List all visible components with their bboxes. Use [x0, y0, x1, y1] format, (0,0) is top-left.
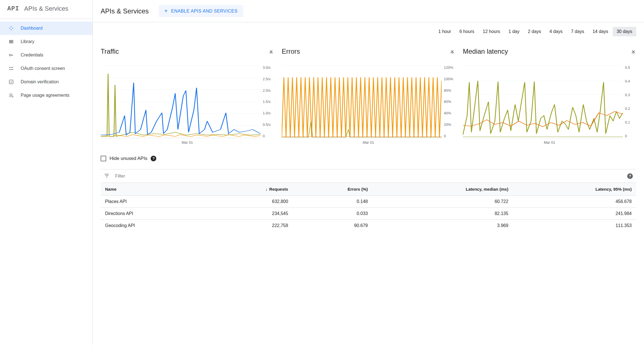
download-icon[interactable] [449, 48, 455, 55]
cell-name: Directions API [101, 208, 207, 220]
cell-requests: 234,545 [207, 208, 293, 220]
download-icon[interactable] [631, 48, 636, 55]
column-name[interactable]: Name [101, 183, 207, 196]
svg-rect-25 [105, 174, 109, 174]
svg-point-2 [11, 26, 12, 27]
ytick: 0 [444, 134, 446, 138]
download-icon[interactable] [268, 48, 274, 55]
time-range-1day[interactable]: 1 day [505, 27, 523, 36]
key-icon [8, 52, 14, 58]
svg-rect-27 [106, 177, 108, 177]
chart-errors: Errors 120% [282, 48, 455, 145]
cell-latency-95: 111.353 [513, 220, 636, 232]
svg-rect-22 [269, 53, 273, 53]
time-range-1hour[interactable]: 1 hour [434, 27, 455, 36]
sidebar-item-library[interactable]: Library [0, 35, 93, 48]
time-range-6hours[interactable]: 6 hours [456, 27, 478, 36]
ytick: 2.0/s [263, 88, 271, 93]
sidebar-item-credentials[interactable]: Credentials [0, 48, 93, 62]
column-label: Requests [269, 187, 288, 192]
sidebar-item-label: Page usage agreements [21, 93, 69, 98]
sidebar-item-oauth[interactable]: OAuth consent screen [0, 62, 93, 75]
chart-plot [101, 65, 261, 138]
enable-button-label: ENABLE APIS AND SERVICES [171, 9, 238, 14]
time-range-30days[interactable]: 30 days [613, 27, 636, 36]
svg-rect-13 [12, 67, 13, 68]
svg-point-8 [9, 54, 11, 56]
ytick: 0.3 [625, 93, 630, 97]
table-row[interactable]: Places API 632,800 0.148 60.722 456.678 [101, 196, 636, 208]
ytick: 0 [263, 134, 265, 138]
column-latency-95[interactable]: Latency, 95% (ms) [513, 183, 636, 196]
cell-latency-median: 60.722 [372, 196, 513, 208]
svg-rect-23 [451, 53, 454, 53]
api-table-section: Hide unused APIs ? ? Name ↓Requests [93, 150, 644, 237]
time-range-12hours[interactable]: 12 hours [479, 27, 504, 36]
time-range-4days[interactable]: 4 days [546, 27, 567, 36]
sidebar-item-domain-verification[interactable]: Domain verification [0, 75, 93, 89]
product-name: APIs & Services [24, 5, 68, 12]
table-header-row: Name ↓Requests Errors (%) Latency, media… [101, 183, 636, 196]
chart-title: Errors [282, 48, 300, 55]
page-title: APIs & Services [101, 7, 149, 15]
ytick: 3.0/s [263, 65, 271, 70]
column-errors[interactable]: Errors (%) [293, 183, 372, 196]
dashboard-icon [8, 25, 14, 31]
svg-point-1 [12, 28, 13, 29]
charts-row: Traffic 3.0/s [93, 36, 644, 150]
chart-plot [282, 65, 442, 138]
svg-rect-26 [105, 175, 108, 176]
table-row[interactable]: Geocoding API 222,758 90.679 3.969 111.3… [101, 220, 636, 232]
svg-rect-16 [12, 69, 13, 70]
svg-rect-7 [13, 40, 13, 43]
enable-apis-button[interactable]: + ENABLE APIS AND SERVICES [159, 5, 243, 17]
svg-point-21 [12, 96, 13, 97]
time-range-7days[interactable]: 7 days [567, 27, 588, 36]
consent-icon [8, 66, 14, 71]
svg-rect-5 [10, 40, 11, 43]
cell-errors: 0.033 [293, 208, 372, 220]
svg-rect-17 [9, 80, 13, 84]
sidebar-header: API APIs & Services [0, 0, 93, 19]
filter-icon[interactable] [104, 173, 110, 179]
library-icon [8, 39, 14, 44]
ytick: 0.5/s [263, 122, 271, 127]
cell-requests: 222,758 [207, 220, 293, 232]
help-icon[interactable]: ? [151, 156, 156, 161]
ytick: 2.5/s [263, 77, 271, 81]
chart-xaxis: Mar 01 [282, 138, 455, 145]
help-icon[interactable]: ? [627, 173, 633, 179]
svg-point-3 [11, 29, 12, 30]
hide-unused-checkbox[interactable] [101, 156, 106, 161]
svg-rect-12 [11, 67, 12, 68]
column-requests[interactable]: ↓Requests [207, 183, 293, 196]
cell-latency-median: 82.135 [372, 208, 513, 220]
sidebar-item-page-usage[interactable]: Page usage agreements [0, 89, 93, 102]
sidebar-item-label: Credentials [21, 53, 43, 58]
svg-rect-4 [9, 40, 10, 43]
svg-rect-11 [9, 67, 10, 68]
plus-icon: + [164, 8, 168, 14]
ytick: 120% [444, 65, 453, 70]
cell-errors: 90.679 [293, 220, 372, 232]
ytick: 60% [444, 100, 451, 104]
table-row[interactable]: Directions API 234,545 0.033 82.135 241.… [101, 208, 636, 220]
chart-title: Median latency [463, 48, 508, 55]
chart-xaxis: Mar 01 [101, 138, 274, 145]
sidebar-item-dashboard[interactable]: Dashboard [0, 22, 93, 35]
time-range-selector: 1 hour 6 hours 12 hours 1 day 2 days 4 d… [93, 22, 644, 36]
time-range-2days[interactable]: 2 days [524, 27, 545, 36]
chart-plot [463, 65, 623, 138]
main-content: APIs & Services + ENABLE APIS AND SERVIC… [93, 0, 644, 345]
svg-rect-6 [11, 40, 12, 43]
column-latency-median[interactable]: Latency, median (ms) [372, 183, 513, 196]
ytick: 0 [625, 134, 627, 138]
filter-input[interactable] [115, 174, 171, 179]
sidebar-item-label: Domain verification [21, 79, 59, 84]
svg-rect-24 [632, 53, 635, 53]
time-range-14days[interactable]: 14 days [589, 27, 612, 36]
chart-yaxis: 0.5 0.4 0.3 0.2 0.1 0 [623, 65, 636, 138]
product-logo: API [7, 5, 19, 12]
chart-yaxis: 3.0/s 2.5/s 2.0/s 1.5/s 1.0/s 0.5/s 0 [261, 65, 274, 138]
sidebar-item-label: Library [21, 39, 34, 44]
